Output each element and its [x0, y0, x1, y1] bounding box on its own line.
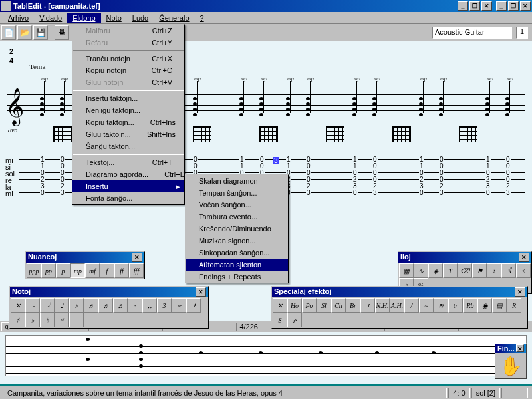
menu-noto[interactable]: Noto: [101, 13, 127, 23]
hand-icon[interactable]: ✋: [495, 353, 526, 378]
palette-close-icon[interactable]: ✕: [132, 253, 142, 262]
palette-button-bend[interactable]: ⤴: [360, 298, 375, 313]
menu-item[interactable]: Tekstoj...Ctrl+T: [72, 156, 184, 168]
menu-arhivo[interactable]: Arhivo: [3, 13, 34, 23]
palette-button-ppp[interactable]: ppp: [27, 263, 41, 278]
palette-button-16th[interactable]: ♬: [84, 298, 98, 313]
doc-maximize-button[interactable]: ❐: [469, 1, 480, 11]
menu-vidado[interactable]: Vidado: [34, 13, 67, 23]
palette-button-Sl[interactable]: Sl: [317, 298, 331, 313]
palette-button-grace[interactable]: ᵍ: [55, 313, 69, 327]
menu-item[interactable]: Aŭtomatan sjlenton: [186, 259, 288, 271]
palette-button-dot[interactable]: ·: [128, 298, 142, 313]
menu-item[interactable]: Tempan ŝanĝon...: [186, 187, 288, 199]
close-button[interactable]: ✕: [520, 1, 531, 11]
menu-item[interactable]: Kopiu taktojn...Ctrl+Ins: [72, 116, 184, 128]
palette-button-mp[interactable]: mp: [70, 263, 85, 278]
palette-button-flag[interactable]: ⚑: [472, 263, 487, 278]
palette-button-flat[interactable]: ♭: [25, 313, 40, 327]
palette-button-x[interactable]: ✕: [11, 298, 25, 313]
open-button[interactable]: 📂: [17, 25, 32, 40]
print-button[interactable]: 🖶: [55, 25, 69, 40]
menu-item[interactable]: RefaruCtrl+Y: [72, 37, 184, 49]
palette-button-cresc[interactable]: <: [516, 263, 531, 278]
menu-item[interactable]: Insertu taktojn...: [72, 92, 184, 104]
palette-close-icon[interactable]: ✕: [196, 287, 206, 297]
palette-button-whole[interactable]: 𝅝: [25, 298, 40, 313]
menu-item[interactable]: Voĉan ŝanĝon...: [186, 199, 288, 211]
palette-button-Br[interactable]: Br: [346, 298, 360, 313]
palette-button-ah[interactable]: A.H.: [390, 298, 404, 313]
palette-button-32nd[interactable]: ♬: [98, 298, 113, 313]
menu-item[interactable]: Muzikan signon...: [186, 235, 288, 247]
menu-item[interactable]: MalfaruCtrl+Z: [72, 25, 184, 37]
new-button[interactable]: 📄: [1, 25, 16, 40]
instrument-number[interactable]: 1: [516, 27, 528, 39]
menu-item[interactable]: Insertu▸: [72, 180, 184, 192]
menu-item[interactable]: Neniigu taktojn...: [72, 104, 184, 116]
menu-eldono[interactable]: Eldono: [67, 13, 100, 23]
menu-item[interactable]: Sinkopadan ŝanĝon...: [186, 247, 288, 259]
menu-item[interactable]: Kopiu notojnCtrl+C: [72, 65, 184, 76]
palette-button-Rb[interactable]: Rb: [463, 298, 477, 313]
menu-item[interactable]: Gluu taktojn...Shift+Ins: [72, 128, 184, 140]
palette-button-tie[interactable]: ⌣: [172, 298, 186, 313]
palette-button-marker[interactable]: ◈: [428, 263, 443, 278]
palette-button-rake[interactable]: ⇗: [287, 313, 302, 327]
doc-minimize-button[interactable]: _: [458, 1, 468, 11]
palette-button-triplet[interactable]: 3: [157, 298, 172, 313]
palette-close-icon[interactable]: ✕: [515, 287, 525, 297]
palette-close-icon[interactable]: ✕: [516, 344, 524, 352]
palette-button-note[interactable]: ♪: [487, 263, 501, 278]
palette-button-eighth[interactable]: ♪: [69, 298, 84, 313]
palette-button-S[interactable]: S: [273, 313, 287, 327]
palette-button-fff[interactable]: fff: [129, 263, 144, 278]
doc-close-button[interactable]: ✕: [481, 1, 492, 11]
palette-notoj[interactable]: Notoj✕ ✕𝅝𝅗𝅥♩♪♬♬♬·‥3⌣𝄽♯♭♮ᵍ│: [9, 286, 209, 329]
palette-button-unlink[interactable]: ⌫: [458, 263, 472, 278]
palette-button-Po[interactable]: Po: [302, 298, 317, 313]
menu-item[interactable]: Skalan diagramon: [186, 175, 288, 187]
menu-item[interactable]: Tranĉu notojnCtrl+X: [72, 53, 184, 65]
palette-button-roll[interactable]: ◉: [477, 298, 492, 313]
palette-button-text[interactable]: T: [443, 263, 458, 278]
palette-button-rest[interactable]: 𝄽: [186, 298, 201, 313]
palette-button-quarter[interactable]: ♩: [55, 298, 69, 313]
menu-item[interactable]: Kreŝendo/Diminuendo: [186, 223, 288, 235]
minimize-button[interactable]: _: [496, 1, 507, 11]
palette-button-pp[interactable]: pp: [41, 263, 56, 278]
menu-item[interactable]: Fonta ŝanĝo...: [72, 192, 184, 204]
save-button[interactable]: 💾: [33, 25, 48, 40]
palette-special[interactable]: Specialaj efektoj✕ ✕HoPoSlChBr⤴N.H.A.H./…: [271, 286, 528, 329]
palette-button-half[interactable]: 𝅗𝅥: [40, 298, 55, 313]
palette-close-icon[interactable]: ✕: [519, 253, 529, 262]
palette-button-ddot[interactable]: ‥: [142, 298, 157, 313]
palette-button-stem[interactable]: │: [69, 313, 84, 327]
menu-item[interactable]: Tambura evento...: [186, 211, 288, 223]
overview-tablature[interactable]: [5, 335, 527, 376]
instrument-select[interactable]: Acoustic Guitar: [432, 27, 512, 39]
menu-item[interactable]: Endings + Repeats: [186, 271, 288, 283]
palette-button-nh[interactable]: N.H.: [375, 298, 390, 313]
menu-help[interactable]: ?: [195, 13, 209, 23]
palette-nuancoj[interactable]: Nuancoj✕ ppppppmpmfffffff: [25, 251, 145, 279]
palette-button-64th[interactable]: ♬: [113, 298, 128, 313]
palette-button-Ho[interactable]: Ho: [287, 298, 302, 313]
palette-button-trm[interactable]: ≋: [434, 298, 448, 313]
palette-button-p[interactable]: p: [56, 263, 70, 278]
palette-button-curve[interactable]: ∿: [414, 263, 428, 278]
menu-generalo[interactable]: Ĝeneralo: [154, 13, 194, 23]
menu-ludo[interactable]: Ludo: [127, 13, 154, 23]
palette-button-trill[interactable]: tr: [448, 298, 463, 313]
palette-fingering[interactable]: Fin...✕ ✋: [495, 343, 527, 379]
edit-cursor[interactable]: 3: [273, 157, 279, 164]
palette-button-rasq[interactable]: ▤: [492, 298, 507, 313]
palette-button-grid[interactable]: ▦: [399, 263, 414, 278]
palette-button-natural[interactable]: ♮: [40, 313, 55, 327]
menu-item[interactable]: Diagramo agorda...Ctrl+D: [72, 168, 184, 180]
palette-button-repeat[interactable]: 𝄇: [501, 263, 516, 278]
menu-item[interactable]: Ŝanĝu takton...: [72, 140, 184, 152]
palette-button-slide[interactable]: /: [404, 298, 419, 313]
palette-button-f[interactable]: f: [100, 263, 114, 278]
palette-button-mf[interactable]: mf: [85, 263, 100, 278]
